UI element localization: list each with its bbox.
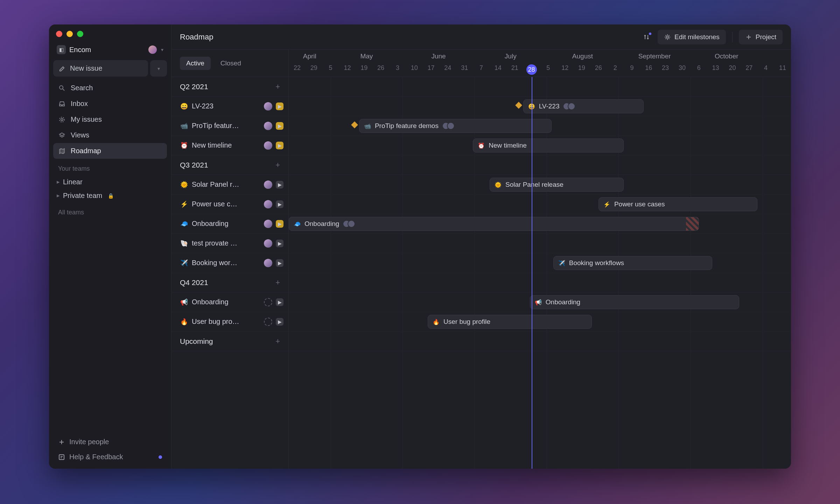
- group-name: Q2 2021: [180, 83, 275, 91]
- new-issue-dropdown[interactable]: ▾: [150, 60, 167, 77]
- sort-button[interactable]: [641, 31, 653, 43]
- nav-search[interactable]: Search: [53, 80, 167, 96]
- day-label: 28: [523, 64, 540, 75]
- day-label: 6: [691, 64, 707, 75]
- workspace-switcher[interactable]: ◧ Encom ▾: [53, 43, 167, 57]
- day-label: 5: [322, 64, 339, 75]
- project-row[interactable]: ⚡Power use c…▶: [172, 194, 288, 214]
- project-row[interactable]: 📹ProTip featur…▶: [172, 116, 288, 136]
- project-icon: 🔥: [180, 318, 188, 326]
- maximize-window-icon[interactable]: [77, 31, 83, 37]
- timeline-bar[interactable]: ⏰New timeline: [473, 139, 624, 152]
- timeline-bar[interactable]: 🔥User bug profile: [428, 315, 592, 329]
- project-name: ProTip featur…: [192, 122, 260, 130]
- user-avatar[interactable]: [148, 45, 158, 55]
- plus-icon: [745, 34, 752, 41]
- project-row[interactable]: 😄LV-223▶: [172, 97, 288, 116]
- assignee-avatar[interactable]: [264, 318, 272, 326]
- day-label: 12: [556, 64, 573, 75]
- project-row[interactable]: ✈️Booking wor…▶: [172, 253, 288, 273]
- triangle-right-icon: ▶: [57, 193, 59, 198]
- project-icon: ✈️: [180, 259, 188, 267]
- project-row[interactable]: 🔥User bug pro…▶: [172, 312, 288, 332]
- timeline-header: AprilMayJuneJulyAugustSeptemberOctober 2…: [289, 50, 791, 77]
- project-row[interactable]: ⏰New timeline▶: [172, 136, 288, 155]
- assignee-avatar[interactable]: [264, 220, 272, 228]
- day-label: 31: [456, 64, 473, 75]
- layers-icon: [58, 132, 66, 139]
- edit-milestones-button[interactable]: Edit milestones: [658, 30, 726, 44]
- tab-closed[interactable]: Closed: [214, 57, 247, 70]
- day-label: 22: [289, 64, 306, 75]
- team-linear[interactable]: ▶Linear: [53, 175, 167, 189]
- timeline-bar[interactable]: 🧢Onboarding: [289, 217, 699, 231]
- new-issue-button[interactable]: New issue: [53, 60, 148, 77]
- project-row[interactable]: 🐚test provate …▶: [172, 234, 288, 253]
- bar-label: User bug profile: [443, 318, 490, 326]
- assignee-avatar[interactable]: [264, 102, 272, 111]
- nav-inbox[interactable]: Inbox: [53, 96, 167, 112]
- add-project-button[interactable]: +: [275, 82, 280, 91]
- nav-my-issues[interactable]: My issues: [53, 112, 167, 127]
- day-label: 9: [624, 64, 640, 75]
- month-label: September: [618, 52, 691, 60]
- project-icon: 📹: [180, 122, 188, 130]
- gear-icon: [664, 34, 671, 41]
- project-row[interactable]: 🧢Onboarding▶: [172, 214, 288, 234]
- nav-views[interactable]: Views: [53, 127, 167, 143]
- group-name: Upcoming: [180, 337, 275, 346]
- day-label: 12: [339, 64, 356, 75]
- team-badge: ▶: [276, 259, 284, 267]
- plus-icon: [58, 439, 65, 446]
- project-name: New timeline: [192, 141, 260, 149]
- timeline-bar[interactable]: 📢Onboarding: [530, 295, 739, 309]
- assignee-avatar[interactable]: [264, 239, 272, 248]
- minimize-window-icon[interactable]: [66, 31, 73, 37]
- your-teams-label: Your teams: [53, 159, 167, 175]
- month-label: April: [289, 52, 331, 60]
- team-private[interactable]: ▶Private team🔒: [53, 189, 167, 203]
- day-label: 26: [590, 64, 607, 75]
- project-name: test provate …: [192, 239, 260, 247]
- assignee-avatar[interactable]: [264, 180, 272, 189]
- timeline-bar[interactable]: ⚡Power use cases: [598, 197, 757, 211]
- assignee-avatar[interactable]: [264, 200, 272, 208]
- month-label: August: [547, 52, 619, 60]
- add-project-button[interactable]: +: [275, 161, 280, 170]
- invite-people-button[interactable]: Invite people: [53, 434, 167, 449]
- assignee-avatar[interactable]: [264, 259, 272, 267]
- project-row[interactable]: 📢Onboarding▶: [172, 292, 288, 312]
- page-title: Roadmap: [180, 33, 213, 42]
- timeline-row: 🌞Solar Panel release: [289, 175, 791, 194]
- project-row[interactable]: 🌞Solar Panel r…▶: [172, 175, 288, 194]
- assignee-avatar[interactable]: [264, 122, 272, 130]
- close-window-icon[interactable]: [56, 31, 62, 37]
- assignee-avatar[interactable]: [264, 141, 272, 150]
- edit-icon: [59, 65, 66, 72]
- nav-label: Search: [71, 84, 93, 92]
- timeline-bar[interactable]: 📹ProTip feature demos: [359, 119, 552, 133]
- team-label: Linear: [63, 178, 83, 186]
- timeline-row: 🧢Onboarding: [289, 214, 791, 234]
- timeline-bar[interactable]: ✈️Booking workflows: [553, 256, 712, 270]
- add-project-button[interactable]: +: [275, 337, 280, 346]
- add-project-button[interactable]: +: [275, 278, 280, 287]
- nav-roadmap[interactable]: Roadmap: [53, 143, 167, 159]
- timeline-bar[interactable]: 🌞Solar Panel release: [490, 178, 624, 192]
- day-label: 16: [640, 64, 657, 75]
- bar-icon: 🧢: [293, 220, 301, 228]
- project-name: Power use c…: [192, 200, 260, 208]
- group-header: Q2 2021+: [172, 77, 288, 97]
- workspace-name: Encom: [69, 46, 144, 54]
- timeline-bar[interactable]: 😄LV-223: [523, 99, 644, 113]
- new-project-button[interactable]: Project: [739, 30, 783, 44]
- assignee-avatar[interactable]: [264, 298, 272, 306]
- help-feedback-button[interactable]: Help & Feedback: [53, 449, 167, 464]
- tab-active[interactable]: Active: [180, 57, 211, 70]
- window-controls: [53, 29, 167, 43]
- svg-point-4: [666, 36, 668, 38]
- bar-icon: ⚡: [603, 200, 611, 208]
- edit-milestones-label: Edit milestones: [674, 33, 720, 41]
- bar-label: Power use cases: [614, 200, 665, 208]
- project-icon: 📢: [180, 298, 188, 306]
